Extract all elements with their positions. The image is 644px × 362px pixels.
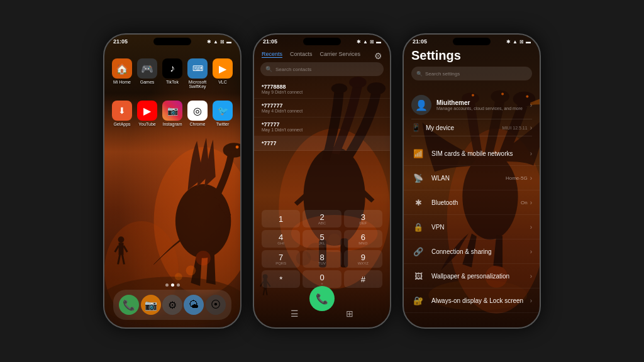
settings-item-conn-left: 🔗 Connection & sharing <box>411 244 492 258</box>
key-5[interactable]: 5JKL <box>303 230 341 248</box>
dock-weather[interactable]: 🌤 <box>184 295 204 315</box>
settings-search-bar[interactable]: 🔍 Search settings <box>411 67 532 80</box>
key-0-num: 0 <box>319 273 324 282</box>
key-8-letters: TUV <box>318 261 326 265</box>
tab-recents[interactable]: Recents <box>262 51 282 58</box>
battery-icon: ▬ <box>226 39 231 45</box>
app-vlc[interactable]: ▶ VLC <box>213 58 233 89</box>
bt-arrow: › <box>530 199 532 206</box>
settings-item-vpn[interactable]: 🔒 VPN › <box>404 215 540 239</box>
notch-p2 <box>303 38 341 45</box>
dock-settings[interactable]: ⚙ <box>162 295 182 315</box>
call-icon: 📞 <box>316 293 328 305</box>
settings-account[interactable]: 👤 Miuithemer Manage accounts, cloud serv… <box>411 91 532 119</box>
settings-item-bluetooth[interactable]: ✱ Bluetooth On › <box>404 190 540 215</box>
key-6-letters: MNO <box>358 241 367 245</box>
call-number-3: *7777 <box>262 140 382 146</box>
call-item-1[interactable]: *777777 May 4 Didn't connect <box>254 99 390 118</box>
call-button[interactable]: 📞 <box>309 286 335 311</box>
call-number-1: *777777 <box>262 102 382 109</box>
phone1-home: 21:05 ✱ ▲ ⊠ ▬ 🏠 Mi Home <box>103 33 242 329</box>
settings-item-bt-right: On › <box>521 199 532 206</box>
wlan-arrow: › <box>530 175 532 182</box>
key-star[interactable]: * <box>262 270 300 288</box>
key-6-num: 6 <box>361 233 365 241</box>
contacts-search[interactable]: 🔍 Search contacts <box>260 62 384 76</box>
app-getapps-label: GetApps <box>113 122 130 126</box>
settings-item-wlan-left: 📡 WLAN <box>411 171 450 185</box>
settings-item-aod[interactable]: 🔐 Always-on display & Lock screen › <box>404 288 540 313</box>
wlan-icon: 📡 <box>411 171 425 185</box>
dialer-bottom-bar: ☰ 📞 ⊞ <box>254 309 390 319</box>
key-7[interactable]: 7PQRS <box>262 250 300 268</box>
status-icons-p3: ✱ ▲ ⊠ ▬ <box>506 39 531 45</box>
key-2[interactable]: 2ABC <box>303 210 341 228</box>
account-name: Miuithemer <box>436 99 523 106</box>
settings-list: 📶 SIM cards & mobile networks › 📡 WLAN H… <box>404 141 540 313</box>
keypad-icon[interactable]: ⊞ <box>346 309 353 319</box>
settings-item-wall-left: 🖼 Wallpaper & personalization <box>411 269 509 283</box>
my-device-item[interactable]: 📱 My device MIUI 12.5.11 › <box>411 119 532 136</box>
signal-icon-p3: ▲ <box>513 39 518 45</box>
call-item-2[interactable]: *77777 May 1 Didn't connect <box>254 118 390 136</box>
key-3[interactable]: 3DEF <box>344 210 382 228</box>
svg-point-13 <box>196 251 211 266</box>
dock-camera[interactable]: 📷 <box>141 295 161 315</box>
key-1[interactable]: 1 <box>262 210 300 228</box>
account-avatar: 👤 <box>411 95 431 115</box>
key-6[interactable]: 6MNO <box>344 230 382 248</box>
sim-icon: 📶 <box>411 146 425 160</box>
app-mi-home[interactable]: 🏠 Mi Home <box>112 58 132 89</box>
key-0[interactable]: 0+ <box>303 270 341 288</box>
menu-icon[interactable]: ☰ <box>291 309 299 319</box>
dock-phone[interactable]: 📞 <box>119 295 139 315</box>
app-youtube[interactable]: ▶ YouTube <box>137 101 157 126</box>
key-2-num: 2 <box>319 213 324 221</box>
key-4-letters: GHI <box>277 241 284 245</box>
settings-item-wallpaper[interactable]: 🖼 Wallpaper & personalization › <box>404 264 540 288</box>
key-4[interactable]: 4GHI <box>262 230 300 248</box>
dialer: 1 2ABC 3DEF 4GHI 5JKL 6MNO 7PQRS 8TUV 9W… <box>254 205 390 293</box>
wifi-icon: ⊠ <box>220 39 225 45</box>
app-swiftkey[interactable]: ⌨ Microsoft SwiftKey <box>187 58 208 89</box>
bluetooth-icon-p3: ✱ <box>506 39 511 45</box>
key-hash[interactable]: # <box>344 270 382 288</box>
call-item-0[interactable]: *7778888 May 9 Didn't connect <box>254 80 390 99</box>
key-9[interactable]: 9WXYZ <box>344 250 382 268</box>
app-twitter[interactable]: 🐦 Twitter <box>213 101 233 126</box>
notch <box>153 38 191 45</box>
settings-item-sim[interactable]: 📶 SIM cards & mobile networks › <box>404 141 540 166</box>
settings-item-wlan[interactable]: 📡 WLAN Home-5G › <box>404 166 540 190</box>
call-item-3[interactable]: *7777 <box>254 136 390 151</box>
settings-item-conn-right: › <box>530 248 532 255</box>
tab-carrier[interactable]: Carrier Services <box>320 51 361 58</box>
app-twitter-label: Twitter <box>216 122 230 126</box>
app-instagram[interactable]: 📷 Instagram <box>162 101 182 126</box>
svg-point-12 <box>186 266 196 276</box>
battery-icon-p2: ▬ <box>376 39 381 45</box>
app-youtube-label: YouTube <box>138 122 156 126</box>
sim-arrow: › <box>530 150 532 157</box>
app-instagram-label: Instagram <box>162 122 182 126</box>
app-getapps[interactable]: ⬇ GetApps <box>112 101 132 126</box>
my-device-meta: MIUI 12.5.11 <box>502 126 528 130</box>
call-number-2: *77777 <box>262 121 382 128</box>
tab-contacts[interactable]: Contacts <box>290 51 313 58</box>
key-4-num: 4 <box>279 233 283 241</box>
conn-arrow: › <box>530 248 532 255</box>
app-chrome[interactable]: ◎ Chrome <box>187 101 208 126</box>
app-vlc-label: VLC <box>218 80 227 84</box>
settings-item-aod-left: 🔐 Always-on display & Lock screen <box>411 293 523 307</box>
aod-label: Always-on display & Lock screen <box>431 297 523 304</box>
app-tiktok[interactable]: ♪ TikTok <box>162 58 182 89</box>
dock-misc[interactable]: ⦿ <box>206 295 226 315</box>
settings-item-connection[interactable]: 🔗 Connection & sharing › <box>404 239 540 264</box>
key-8[interactable]: 8TUV <box>303 250 341 268</box>
settings-item-vpn-right: › <box>530 224 532 231</box>
key-8-num: 8 <box>319 253 324 261</box>
settings-item-aod-right: › <box>530 297 532 304</box>
contacts-tabs: Recents Contacts Carrier Services <box>254 48 390 60</box>
status-time: 21:05 <box>113 38 128 45</box>
key-1-num: 1 <box>279 215 283 223</box>
app-games[interactable]: 🎮 Games <box>137 58 157 89</box>
